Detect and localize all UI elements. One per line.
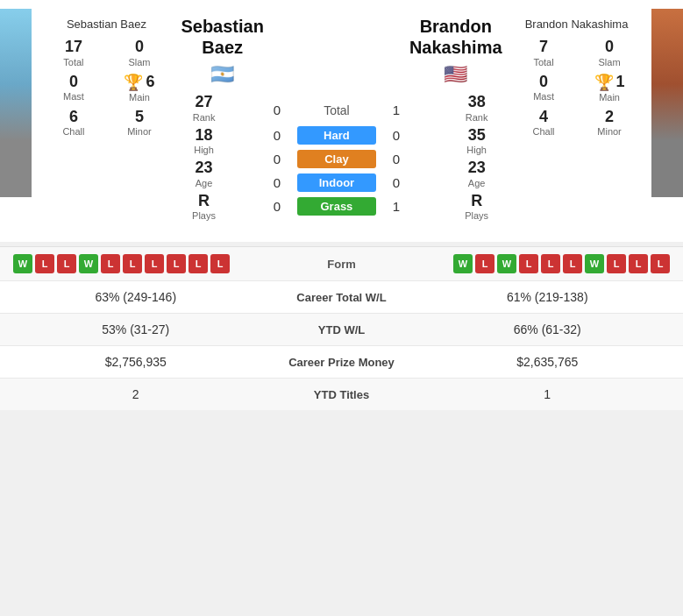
stat-left-total: 17 Total — [45, 38, 102, 67]
stats-row: 53% (31-27)YTD W/L66% (61-32) — [0, 313, 683, 345]
stat-center-left-rank: 27 Rank — [189, 93, 217, 123]
form-badge-left: W — [79, 254, 98, 273]
player-left-name-big: Sebastian Baez — [181, 16, 263, 58]
clay-badge: Clay — [297, 150, 376, 168]
player-left-flag: 🇦🇷 — [181, 63, 263, 86]
form-badge-left: L — [210, 254, 230, 273]
form-badges-left: WLLWLLLLLL — [13, 254, 289, 273]
player-right-name-label: Brandon Nakashima — [525, 18, 629, 31]
form-badge-right: W — [453, 254, 473, 273]
surface-grass-row: 0 Grass 1 — [264, 197, 409, 216]
stats-center-label: Career Total W/L — [254, 291, 430, 304]
form-badge-right: L — [475, 254, 494, 273]
player-right-name-big: Brandon Nakashima — [409, 16, 502, 58]
form-badge-right: L — [541, 254, 560, 273]
stats-right-value: 66% (61-32) — [430, 322, 666, 336]
form-badge-left: L — [167, 254, 186, 273]
stats-left-value: $2,756,935 — [18, 355, 254, 369]
stat-left-slam: 0 Slam — [110, 38, 167, 67]
stat-center-right-rank: 38 Rank — [460, 93, 494, 123]
stats-left-value: 2 — [18, 387, 254, 401]
form-badge-right: L — [629, 254, 648, 273]
stats-row: 2YTD Titles1 — [0, 378, 683, 410]
stat-center-right-age: 23 Age — [460, 159, 494, 188]
form-badge-left: L — [57, 254, 76, 273]
form-badge-right: W — [585, 254, 604, 273]
trophy-icon-left: 🏆 — [124, 73, 143, 92]
form-row: WLLWLLLLLL Form WLWLLLWLLL — [0, 246, 683, 280]
stats-table: 63% (249-146)Career Total W/L61% (219-13… — [0, 280, 683, 410]
form-badge-left: L — [101, 254, 120, 273]
form-label: Form — [289, 258, 395, 271]
comparison-bottom: WLLWLLLLLL Form WLWLLLWLLL 63% (249-146)… — [0, 246, 683, 410]
player-right-flag: 🇺🇸 — [409, 63, 502, 86]
stat-right-slam: 0 Slam — [581, 38, 638, 67]
form-badge-left: L — [145, 254, 164, 273]
stats-row: $2,756,935Career Prize Money$2,635,765 — [0, 345, 683, 378]
form-badge-right: L — [519, 254, 538, 273]
form-badge-left: W — [13, 254, 32, 273]
player-left-photo — [0, 9, 32, 197]
form-badge-right: L — [563, 254, 582, 273]
surface-indoor-row: 0 Indoor 0 — [264, 173, 409, 192]
player-left-stats: 17 Total 0 Slam 0 Mast 🏆 6 Main 6 — [36, 38, 176, 137]
stats-row: 63% (249-146)Career Total W/L61% (219-13… — [0, 280, 683, 313]
stat-center-left-plays: R Plays — [189, 192, 217, 222]
stats-center-label: Career Prize Money — [254, 356, 430, 369]
surface-clay-row: 0 Clay 0 — [264, 150, 409, 168]
player-right-info: Brandon Nakashima 7 Total 0 Slam 0 Mast … — [502, 9, 651, 233]
form-badge-right: L — [651, 254, 670, 273]
hard-badge: Hard — [297, 126, 376, 145]
stat-left-minor: 5 Minor — [110, 108, 167, 138]
stat-right-total: 7 Total — [516, 38, 573, 67]
stat-left-mast: 0 Mast — [45, 73, 102, 103]
form-badge-left: L — [35, 254, 54, 273]
comparison-top: Sebastian Baez 17 Total 0 Slam 0 Mast 🏆 … — [0, 0, 683, 242]
stats-left-value: 63% (249-146) — [18, 290, 254, 304]
stat-center-right-high: 35 High — [460, 126, 494, 156]
stats-right-value: 61% (219-138) — [430, 290, 666, 304]
stat-right-chall: 4 Chall — [516, 108, 573, 138]
trophy-icon-right: 🏆 — [594, 73, 614, 92]
stat-left-chall: 6 Chall — [45, 108, 102, 138]
stat-left-trophy-main: 🏆 6 Main — [110, 73, 167, 103]
stat-center-left-age: 23 Age — [189, 159, 217, 188]
stat-center-right-plays: R Plays — [460, 192, 494, 222]
surface-total-row: 0 Total 1 — [264, 103, 409, 117]
form-badge-right: W — [497, 254, 516, 273]
form-badge-left: L — [123, 254, 142, 273]
player-left-name-label: Sebastian Baez — [67, 18, 146, 31]
form-badge-left: L — [189, 254, 208, 273]
stats-center-label: YTD W/L — [254, 323, 430, 336]
stats-left-value: 53% (31-27) — [18, 322, 254, 336]
stat-center-left-high: 18 High — [189, 126, 217, 156]
player-left-info: Sebastian Baez 17 Total 0 Slam 0 Mast 🏆 … — [32, 9, 181, 233]
stat-right-mast: 0 Mast — [516, 73, 573, 103]
stat-right-trophy-main: 🏆 1 Main — [581, 73, 638, 103]
stats-center-label: YTD Titles — [254, 388, 430, 401]
form-badges-right: WLWLLLWLLL — [395, 254, 671, 273]
stats-right-value: $2,635,765 — [430, 355, 666, 369]
player-right-stats: 7 Total 0 Slam 0 Mast 🏆 1 Main 4 Chall — [507, 38, 647, 137]
indoor-badge: Indoor — [297, 173, 376, 192]
grass-badge: Grass — [297, 197, 376, 216]
form-badge-right: L — [607, 254, 626, 273]
surface-hard-row: 0 Hard 0 — [264, 126, 409, 145]
player-right-photo — [651, 9, 683, 197]
stats-right-value: 1 — [430, 387, 666, 401]
stat-right-minor: 2 Minor — [581, 108, 638, 138]
